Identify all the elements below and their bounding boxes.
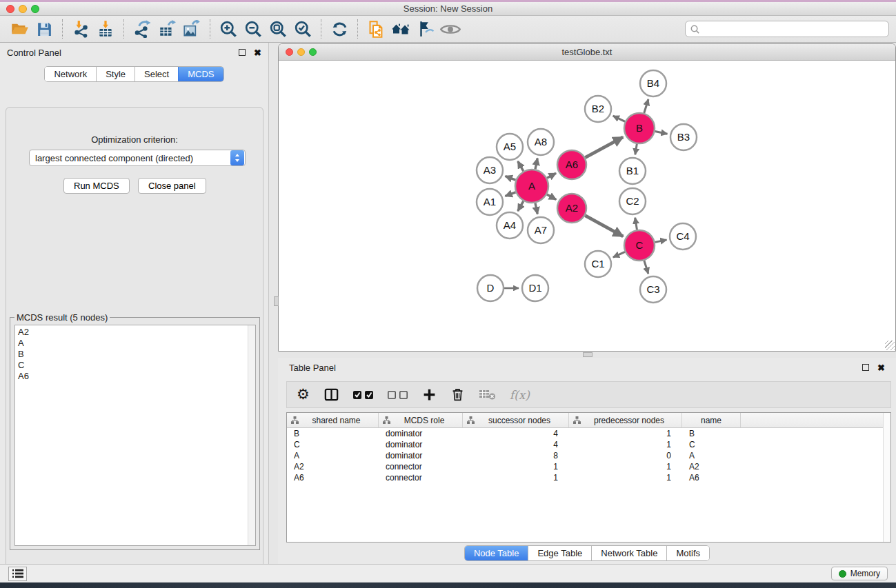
edge-A-A8[interactable]	[535, 159, 537, 170]
save-session-icon[interactable]	[32, 17, 57, 41]
zoom-selected-icon[interactable]	[290, 17, 315, 41]
node-A6[interactable]: A6	[557, 150, 586, 179]
table-cell[interactable]: A6	[287, 473, 379, 483]
splitpane-handle-bottom[interactable]	[583, 352, 593, 357]
edge-C-C4[interactable]	[655, 240, 667, 243]
table-cell[interactable]: connector	[379, 462, 463, 472]
table-cell[interactable]: A	[682, 451, 741, 460]
table-scrollbar[interactable]	[883, 413, 890, 542]
criterion-dropdown[interactable]: largest connected component (directed)	[29, 150, 246, 166]
table-cell[interactable]: 1	[463, 473, 569, 483]
refresh-icon[interactable]	[327, 17, 352, 41]
node-A7[interactable]: A7	[528, 217, 554, 243]
network-graph[interactable]: B4B2BB3A8A5A6A3B1AA1C2A2A4A7C4CC1C3DD1	[279, 61, 895, 351]
table-tab-edge-table[interactable]: Edge Table	[528, 546, 591, 560]
table-cell[interactable]: A2	[682, 462, 741, 472]
table-cell[interactable]: connector	[379, 473, 463, 483]
import-network-icon[interactable]	[68, 17, 93, 41]
table-cell[interactable]: 1	[569, 462, 682, 472]
table-tab-network-table[interactable]: Network Table	[591, 546, 666, 560]
table-tab-node-table[interactable]: Node Table	[465, 546, 528, 560]
edge-A-A1[interactable]	[505, 192, 515, 196]
export-table-icon[interactable]	[155, 17, 179, 41]
table-cell[interactable]: dominator	[379, 440, 463, 449]
table-cell[interactable]: A6	[682, 473, 741, 483]
memory-button[interactable]: Memory	[831, 567, 888, 580]
delete-column-trash-icon[interactable]	[450, 387, 465, 402]
float-table-panel-icon[interactable]	[862, 364, 869, 371]
table-row[interactable]: A2connector11A2	[287, 461, 890, 472]
node-A1[interactable]: A1	[477, 189, 503, 215]
node-D[interactable]: D	[477, 275, 504, 301]
edge-B-B4[interactable]	[644, 99, 648, 113]
edge-A-A6[interactable]	[547, 173, 556, 178]
edge-B-B2[interactable]	[613, 116, 625, 121]
table-cell[interactable]: C	[682, 440, 741, 449]
tab-select[interactable]: Select	[135, 67, 178, 81]
table-cell[interactable]: dominator	[379, 451, 463, 460]
mcds-result-item[interactable]: B	[18, 349, 255, 360]
edge-A-A3[interactable]	[505, 176, 515, 180]
edge-B-B3[interactable]	[655, 132, 668, 134]
node-B4[interactable]: B4	[640, 70, 666, 97]
home-icon[interactable]	[388, 17, 413, 41]
table-cell[interactable]: B	[682, 429, 741, 438]
node-A2[interactable]: A2	[557, 194, 586, 223]
column-header-name[interactable]: name	[682, 413, 741, 427]
node-C3[interactable]: C3	[640, 276, 666, 303]
table-cell[interactable]: 4	[463, 440, 569, 449]
network-window-titlebar[interactable]: testGlobe.txt	[279, 44, 895, 61]
edge-A-A2[interactable]	[547, 194, 556, 199]
table-cell[interactable]: C	[287, 440, 379, 449]
edge-A-A4[interactable]	[518, 201, 524, 211]
mcds-result-item[interactable]: C	[18, 360, 255, 371]
node-D1[interactable]: D1	[522, 275, 548, 301]
node-B[interactable]: B	[624, 113, 655, 143]
table-row[interactable]: Adominator80A	[287, 450, 890, 461]
column-header-mcds-role[interactable]: MCDS role	[379, 413, 463, 427]
table-cell[interactable]: 1	[463, 462, 569, 472]
zoom-fit-icon[interactable]	[266, 17, 290, 41]
table-cell[interactable]: 1	[569, 440, 682, 449]
show-columns-icon[interactable]	[323, 387, 339, 403]
column-header-shared-name[interactable]: shared name	[287, 413, 379, 427]
node-A5[interactable]: A5	[497, 134, 523, 160]
search-box[interactable]	[685, 21, 889, 37]
node-A4[interactable]: A4	[497, 212, 523, 239]
import-table-icon[interactable]	[93, 17, 118, 41]
edge-A6-B[interactable]	[585, 137, 623, 158]
open-session-icon[interactable]	[7, 17, 32, 41]
edge-C-C1[interactable]	[613, 252, 625, 257]
task-history-button[interactable]	[8, 567, 27, 581]
node-B3[interactable]: B3	[670, 124, 697, 150]
mcds-result-list[interactable]: A2ABCA6	[14, 325, 256, 546]
toggle-graphics-details-icon[interactable]	[413, 17, 438, 41]
edge-C-C2[interactable]	[635, 218, 637, 230]
table-cell[interactable]: 0	[569, 451, 682, 460]
tab-network[interactable]: Network	[45, 67, 96, 81]
mcds-result-item[interactable]: A6	[18, 371, 255, 382]
close-table-panel-icon[interactable]: ✖	[877, 363, 885, 373]
table-cell[interactable]: A2	[287, 462, 379, 472]
node-B2[interactable]: B2	[585, 96, 611, 122]
window-resize-grip[interactable]	[885, 341, 895, 350]
table-cell[interactable]: A	[287, 451, 379, 460]
table-row[interactable]: A6connector11A6	[287, 472, 890, 483]
deselect-all-icon[interactable]	[388, 390, 408, 400]
close-panel-button[interactable]: Close panel	[138, 178, 206, 194]
column-header-predecessor-nodes[interactable]: predecessor nodes	[569, 413, 682, 427]
clone-network-icon[interactable]	[364, 17, 388, 41]
splitpane-handle-left[interactable]	[274, 296, 279, 306]
edge-A2-C[interactable]	[585, 216, 623, 236]
node-C[interactable]: C	[624, 230, 655, 261]
result-scrollbar[interactable]	[248, 325, 255, 545]
table-cell[interactable]: 1	[569, 429, 682, 438]
zoom-in-icon[interactable]	[216, 17, 241, 41]
edge-C-C3[interactable]	[644, 261, 648, 274]
edge-A-A5[interactable]	[518, 161, 524, 171]
select-all-icon[interactable]	[353, 390, 374, 400]
run-mcds-button[interactable]: Run MCDS	[63, 178, 130, 194]
close-panel-icon[interactable]: ✖	[254, 48, 261, 58]
mcds-result-item[interactable]: A	[18, 338, 255, 349]
tab-mcds[interactable]: MCDS	[178, 67, 223, 81]
